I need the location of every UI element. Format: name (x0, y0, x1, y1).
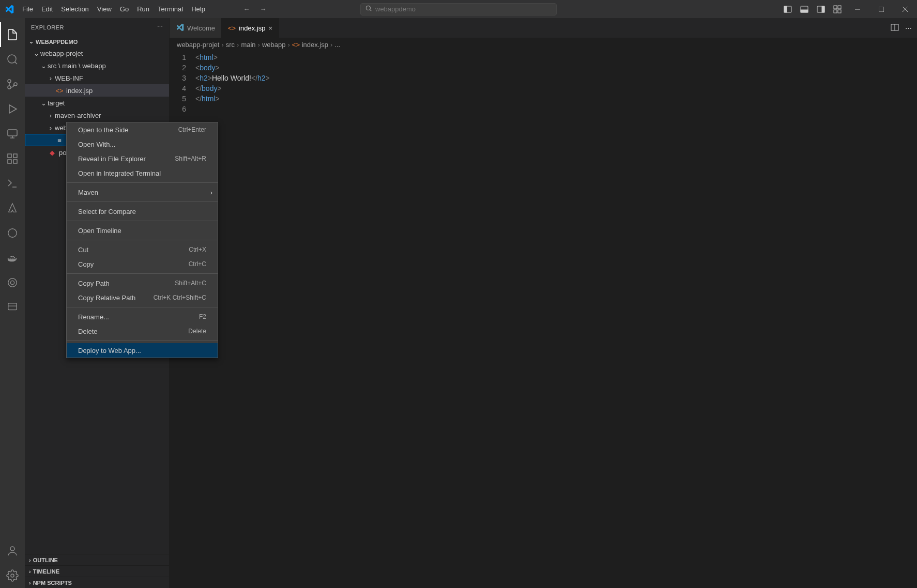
menu-run[interactable]: Run (133, 0, 154, 18)
sidebar-more-icon[interactable]: ⋯ (157, 24, 163, 30)
settings-gear-icon[interactable] (0, 563, 25, 588)
context-menu-item[interactable]: Copy Relative PathCtrl+K Ctrl+Shift+C (67, 290, 218, 305)
run-debug-activity-icon[interactable] (0, 97, 25, 121)
code-line[interactable]: </html> (195, 94, 917, 104)
context-menu-item[interactable]: Rename...F2 (67, 310, 218, 324)
editor-more-icon[interactable]: ⋯ (905, 24, 912, 32)
search-activity-icon[interactable] (0, 47, 25, 72)
context-menu-item[interactable]: Open in Integrated Terminal (67, 166, 218, 180)
docker-activity-icon[interactable] (0, 245, 25, 270)
menu-item-label: Delete (78, 328, 98, 335)
terminal-activity-icon[interactable] (0, 171, 25, 196)
customize-layout-icon[interactable] (830, 2, 845, 17)
menu-terminal[interactable]: Terminal (154, 0, 187, 18)
circle-activity-icon[interactable] (0, 221, 25, 245)
close-button[interactable] (893, 0, 917, 18)
svg-marker-21 (9, 105, 17, 113)
svg-rect-25 (8, 154, 11, 158)
code-line[interactable]: </body> (195, 83, 917, 94)
menu-selection[interactable]: Selection (57, 0, 93, 18)
command-center-search[interactable] (360, 3, 557, 16)
svg-point-36 (11, 574, 14, 577)
line-gutter: 123456 (170, 52, 195, 114)
context-menu-item[interactable]: Maven (67, 185, 218, 199)
context-menu-item[interactable]: Open With... (67, 137, 218, 151)
panel-npm-scripts[interactable]: ›NPM SCRIPTS (25, 577, 169, 588)
tree-item-label: src \ main \ webapp (48, 62, 106, 70)
menu-file[interactable]: File (18, 0, 37, 18)
menu-edit[interactable]: Edit (37, 0, 57, 18)
breadcrumb-item[interactable]: <> index.jsp (292, 41, 328, 49)
chevron-down-icon: ⌄ (32, 50, 40, 57)
svg-point-35 (10, 547, 14, 551)
tree-item[interactable]: ›maven-archiver (25, 109, 169, 121)
svg-rect-27 (8, 160, 11, 163)
project-root[interactable]: ⌄ WEBAPPDEMO (25, 36, 169, 47)
menu-view[interactable]: View (93, 0, 116, 18)
breadcrumb-item[interactable]: ... (334, 41, 340, 49)
menu-shortcut: Ctrl+X (189, 246, 206, 253)
remote-activity-icon[interactable] (0, 295, 25, 320)
context-menu-item[interactable]: DeleteDelete (67, 324, 218, 338)
chevron-right-icon: › (47, 112, 55, 119)
menu-go[interactable]: Go (116, 0, 133, 18)
context-menu-item[interactable]: CutCtrl+X (67, 242, 218, 257)
code-line[interactable] (195, 104, 917, 114)
breadcrumb-item[interactable]: main (241, 41, 255, 49)
tree-item[interactable]: ⌄webapp-projet (25, 47, 169, 59)
extensions-activity-icon[interactable] (0, 146, 25, 171)
context-menu-item[interactable]: Reveal in File ExplorerShift+Alt+R (67, 151, 218, 166)
nav-forward-button[interactable]: → (257, 3, 269, 16)
editor-tab[interactable]: Welcome (170, 18, 222, 38)
code-lines[interactable]: <html><body><h2>Hello World!</h2></body>… (195, 52, 917, 114)
tree-item[interactable]: ›WEB-INF (25, 72, 169, 84)
toggle-secondary-sidebar-icon[interactable] (814, 2, 828, 17)
context-menu-item[interactable]: Select for Compare (67, 204, 218, 219)
context-menu-item[interactable]: Open Timeline (67, 223, 218, 238)
remote-explorer-activity-icon[interactable] (0, 121, 25, 146)
svg-point-19 (8, 86, 11, 89)
menu-help[interactable]: Help (187, 0, 209, 18)
code-line[interactable]: <html> (195, 52, 917, 63)
menu-item-label: Reveal in File Explorer (78, 155, 146, 163)
file-type-icon: <> (228, 24, 236, 32)
close-tab-icon[interactable]: × (268, 24, 272, 32)
tree-item[interactable]: ⌄src \ main \ webapp (25, 59, 169, 72)
toggle-panel-icon[interactable] (797, 2, 812, 17)
search-input[interactable] (375, 5, 552, 13)
breadcrumb-item[interactable]: src (226, 41, 235, 49)
context-menu-item[interactable]: Open to the SideCtrl+Enter (67, 122, 218, 137)
context-menu-item[interactable]: CopyCtrl+C (67, 257, 218, 271)
tree-item[interactable]: <>index.jsp (25, 84, 169, 97)
accounts-icon[interactable] (0, 538, 25, 563)
svg-point-0 (366, 6, 370, 10)
context-menu-item[interactable]: Copy PathShift+Alt+C (67, 276, 218, 290)
minimize-button[interactable] (846, 0, 869, 18)
breadcrumb-item[interactable]: webapp-projet (177, 41, 219, 49)
breadcrumb[interactable]: webapp-projet›src›main›webapp›<> index.j… (170, 38, 917, 51)
azure-activity-icon[interactable] (0, 196, 25, 221)
code-line[interactable]: <body> (195, 63, 917, 73)
panel-outline[interactable]: ›OUTLINE (25, 554, 169, 565)
code-editor[interactable]: 123456 <html><body><h2>Hello World!</h2>… (170, 51, 917, 114)
maximize-button[interactable] (869, 0, 893, 18)
breadcrumb-item[interactable]: webapp (262, 41, 286, 49)
split-editor-icon[interactable] (891, 23, 899, 33)
panel-timeline[interactable]: ›TIMELINE (25, 565, 169, 577)
nav-back-button[interactable]: ← (240, 3, 253, 16)
misc-activity-icon[interactable] (0, 270, 25, 295)
project-root-label: WEBAPPDEMO (36, 39, 78, 45)
explorer-activity-icon[interactable] (0, 22, 25, 47)
panel-label: NPM SCRIPTS (33, 580, 72, 586)
tree-item-label: index.jsp (66, 87, 93, 95)
activity-bar (0, 18, 25, 588)
context-menu-item[interactable]: Deploy to Web App... (67, 343, 218, 358)
tree-item[interactable]: ⌄target (25, 97, 169, 109)
editor-tab[interactable]: <>index.jsp× (222, 18, 279, 38)
toggle-primary-sidebar-icon[interactable] (781, 2, 795, 17)
source-control-activity-icon[interactable] (0, 72, 25, 97)
code-line[interactable]: <h2>Hello World!</h2> (195, 73, 917, 83)
menu-shortcut: Ctrl+C (189, 260, 206, 268)
menu-shortcut: Delete (188, 328, 206, 335)
menu-item-label: Rename... (78, 313, 109, 321)
